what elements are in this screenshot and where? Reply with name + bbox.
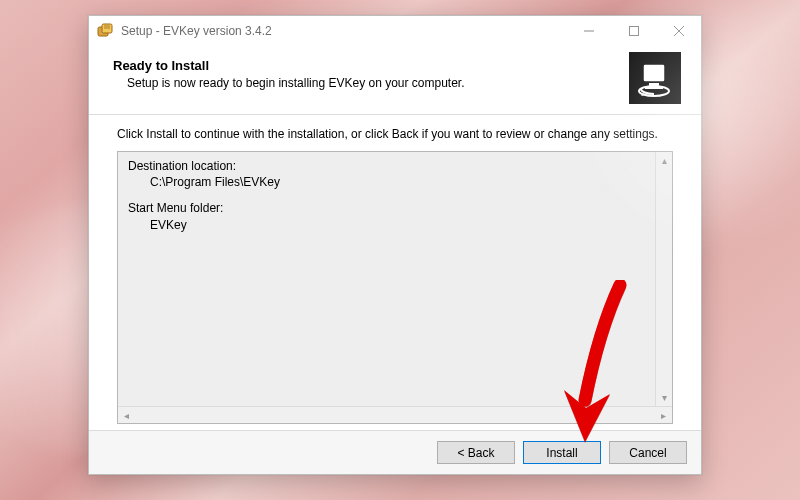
install-summary-text: Destination location: C:\Program Files\E…: [120, 154, 654, 405]
svg-point-7: [639, 86, 669, 96]
scroll-down-icon[interactable]: ▾: [656, 389, 673, 406]
svg-rect-1: [102, 24, 112, 33]
svg-rect-4: [643, 64, 665, 82]
titlebar: Setup - EVKey version 3.4.2: [89, 16, 701, 46]
close-button[interactable]: [656, 16, 701, 46]
window-title: Setup - EVKey version 3.4.2: [121, 24, 272, 38]
setup-window: Setup - EVKey version 3.4.2 Ready to Ins…: [88, 15, 702, 475]
svg-rect-2: [629, 27, 638, 36]
cancel-button[interactable]: Cancel: [609, 441, 687, 464]
installer-disk-icon: [629, 52, 681, 104]
startmenu-value: EVKey: [128, 217, 646, 233]
install-summary-box: Destination location: C:\Program Files\E…: [117, 151, 673, 424]
page-subtitle: Setup is now ready to begin installing E…: [113, 76, 621, 90]
scroll-up-icon[interactable]: ▴: [656, 152, 673, 169]
vertical-scrollbar[interactable]: ▴ ▾: [655, 152, 672, 406]
wizard-header: Ready to Install Setup is now ready to b…: [89, 46, 701, 115]
dest-value: C:\Program Files\EVKey: [128, 174, 646, 190]
dest-label: Destination location:: [128, 158, 646, 174]
page-title: Ready to Install: [113, 58, 621, 73]
startmenu-label: Start Menu folder:: [128, 200, 646, 216]
header-text: Ready to Install Setup is now ready to b…: [113, 52, 621, 90]
horizontal-scrollbar[interactable]: ◂ ▸: [118, 406, 672, 423]
install-button[interactable]: Install: [523, 441, 601, 464]
svg-rect-6: [645, 86, 663, 89]
maximize-button[interactable]: [611, 16, 656, 46]
setup-app-icon: [97, 23, 113, 39]
svg-rect-5: [649, 83, 659, 86]
back-button[interactable]: < Back: [437, 441, 515, 464]
wizard-body: Click Install to continue with the insta…: [89, 115, 701, 430]
wizard-footer: < Back Install Cancel: [89, 430, 701, 474]
scroll-left-icon[interactable]: ◂: [118, 407, 135, 424]
svg-rect-3: [643, 64, 665, 82]
minimize-button[interactable]: [566, 16, 611, 46]
instruction-text: Click Install to continue with the insta…: [117, 127, 673, 141]
scroll-right-icon[interactable]: ▸: [655, 407, 672, 424]
